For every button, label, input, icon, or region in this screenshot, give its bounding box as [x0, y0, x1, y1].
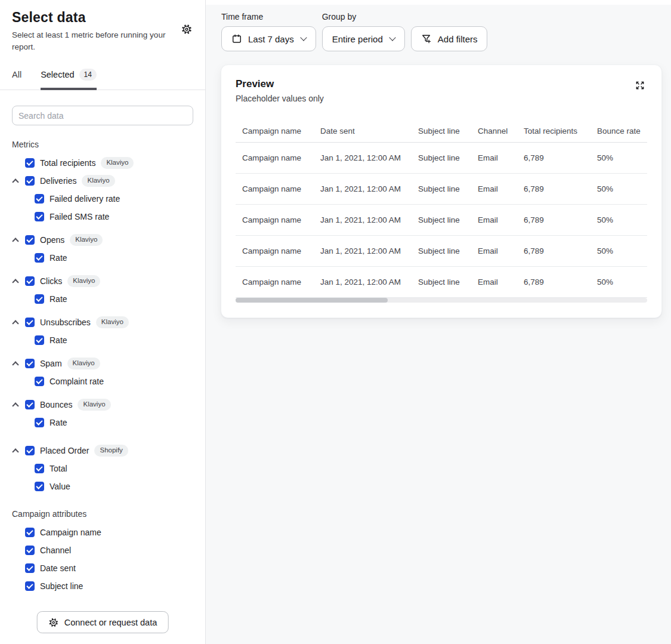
checkbox-checked[interactable]: [25, 446, 35, 455]
add-filters-button[interactable]: Add filters: [411, 26, 488, 51]
checkbox-checked[interactable]: [35, 212, 44, 221]
tab-selected-label: Selected: [41, 70, 74, 79]
checkbox-checked[interactable]: [35, 335, 44, 345]
group-by-dropdown[interactable]: Entire period: [322, 26, 405, 51]
cell-date-sent: Jan 1, 2021, 12:00 AM: [320, 278, 418, 286]
preview-card: Preview Placeholder values only Campaign…: [221, 64, 662, 318]
cell-total-recipients: 6,789: [524, 153, 597, 162]
collapse-chevron-icon[interactable]: [12, 402, 18, 409]
metric-label: Spam: [40, 359, 62, 368]
attribute-row-date-sent: Date sent: [12, 559, 193, 577]
metric-label: Clicks: [40, 276, 62, 286]
tab-selected[interactable]: Selected 14: [41, 65, 97, 90]
cell-total-recipients: 6,789: [524, 215, 597, 224]
metrics-section-label: Metrics: [0, 140, 205, 149]
metric-row-complaint-rate: Complaint rate: [35, 372, 193, 390]
metric-row-placed-order-total: Total: [35, 460, 193, 477]
connect-or-request-data-button[interactable]: Connect or request data: [37, 611, 169, 633]
cell-campaign-name: Campaign name: [242, 278, 320, 286]
collapse-chevron-icon[interactable]: [12, 361, 18, 368]
checkbox-checked[interactable]: [25, 563, 35, 573]
source-badge: Klaviyo: [67, 358, 100, 369]
attribute-label: Date sent: [40, 563, 76, 573]
cell-subject-line: Subject line: [418, 215, 478, 224]
source-badge: Klaviyo: [70, 234, 103, 246]
checkbox-checked[interactable]: [25, 318, 35, 327]
checkbox-checked[interactable]: [35, 294, 44, 304]
checkbox-checked[interactable]: [25, 581, 35, 591]
source-badge: Klaviyo: [67, 275, 100, 287]
collapse-chevron-icon[interactable]: [12, 320, 18, 326]
add-filters-label: Add filters: [438, 34, 478, 44]
gear-icon: [48, 617, 59, 628]
collapse-chevron-icon[interactable]: [12, 238, 18, 244]
cell-subject-line: Subject line: [418, 246, 478, 255]
cell-channel: Email: [478, 153, 524, 162]
metric-label: Rate: [50, 253, 67, 263]
checkbox-checked[interactable]: [25, 528, 35, 537]
preview-title: Preview: [236, 78, 647, 90]
metric-label: Total recipients: [40, 158, 95, 168]
cell-bounce-rate: 50%: [597, 215, 647, 224]
metric-label: Total: [50, 464, 67, 473]
horizontal-scrollbar-thumb[interactable]: [236, 298, 388, 303]
cell-bounce-rate: 50%: [597, 278, 647, 286]
metric-row-clicks: Clicks Klaviyo: [12, 272, 193, 290]
attributes-section-label: Campaign attributes: [0, 509, 205, 519]
cell-bounce-rate: 50%: [597, 246, 647, 255]
cell-campaign-name: Campaign name: [242, 246, 320, 255]
page-title: Select data: [12, 10, 193, 26]
settings-button[interactable]: [180, 23, 193, 36]
expand-preview-button[interactable]: [633, 78, 647, 93]
metric-row-unsubscribes: Unsubscribes Klaviyo: [12, 313, 193, 331]
attribute-row-subject-line: Subject line: [12, 577, 193, 595]
time-frame-dropdown[interactable]: Last 7 days: [221, 26, 316, 51]
attribute-label: Channel: [40, 546, 71, 555]
checkbox-checked[interactable]: [35, 418, 44, 427]
checkbox-checked[interactable]: [25, 235, 35, 245]
checkbox-checked[interactable]: [25, 176, 35, 186]
checkbox-checked[interactable]: [35, 194, 44, 204]
search-input[interactable]: [12, 106, 193, 125]
checkbox-checked[interactable]: [35, 464, 44, 473]
table-header-row: Campaign name Date sent Subject line Cha…: [236, 120, 647, 143]
metric-row-placed-order: Placed Order Shopify: [12, 442, 193, 460]
column-header: Total recipients: [524, 127, 597, 135]
tab-all[interactable]: All: [12, 65, 21, 90]
collapse-chevron-icon[interactable]: [12, 448, 18, 455]
cell-channel: Email: [478, 246, 524, 255]
chevron-down-icon: [300, 34, 307, 41]
metrics-list: Total recipients Klaviyo Deliveries Klav…: [0, 154, 205, 495]
horizontal-scrollbar-track[interactable]: [236, 298, 647, 303]
checkbox-checked[interactable]: [25, 546, 35, 555]
metric-row-spam: Spam Klaviyo: [12, 355, 193, 372]
metric-label: Failed delivery rate: [50, 194, 120, 204]
checkbox-checked[interactable]: [25, 400, 35, 409]
column-header: Channel: [478, 127, 524, 135]
metric-row-opens-rate: Rate: [35, 249, 193, 267]
source-badge: Klaviyo: [96, 316, 129, 328]
tab-all-label: All: [12, 70, 21, 79]
checkbox-checked[interactable]: [25, 158, 35, 168]
collapse-chevron-icon[interactable]: [12, 178, 18, 185]
time-frame-label: Time frame: [221, 12, 316, 21]
checkbox-checked[interactable]: [35, 253, 44, 263]
metric-row-deliveries: Deliveries Klaviyo: [12, 172, 193, 190]
cell-campaign-name: Campaign name: [242, 184, 320, 193]
metric-row-unsubscribes-rate: Rate: [35, 331, 193, 349]
gear-icon: [181, 23, 193, 35]
checkbox-checked[interactable]: [25, 276, 35, 286]
metric-label: Opens: [40, 235, 64, 245]
group-by-label: Group by: [322, 12, 405, 21]
metric-row-opens: Opens Klaviyo: [12, 231, 193, 249]
page-subtitle: Select at least 1 metric before running …: [12, 29, 166, 53]
checkbox-checked[interactable]: [25, 359, 35, 368]
metric-row-bounces: Bounces Klaviyo: [12, 396, 193, 414]
calendar-icon: [231, 33, 242, 44]
checkbox-checked[interactable]: [35, 377, 44, 386]
metric-label: Failed SMS rate: [50, 212, 109, 221]
table-row: Campaign name Jan 1, 2021, 12:00 AM Subj…: [236, 174, 647, 205]
checkbox-checked[interactable]: [35, 482, 44, 491]
metric-label: Unsubscribes: [40, 318, 91, 327]
collapse-chevron-icon[interactable]: [12, 279, 18, 285]
